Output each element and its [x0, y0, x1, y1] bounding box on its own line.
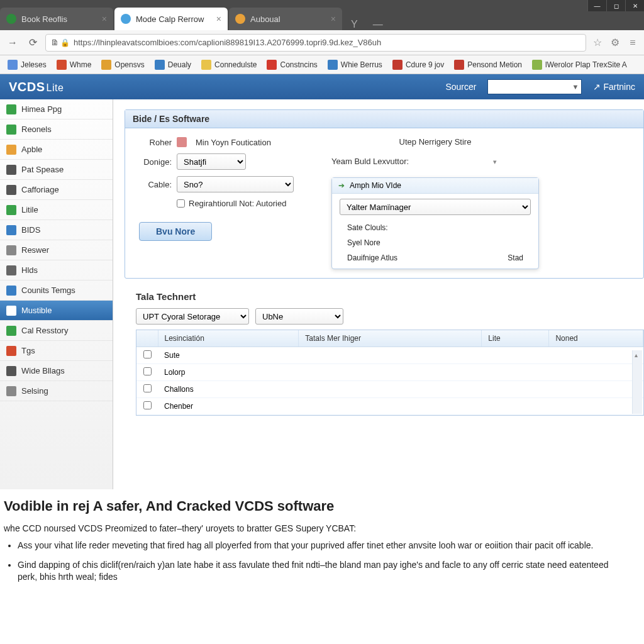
- bookmark-label: Connedulste: [214, 60, 257, 69]
- checkbox-label: Regirahtiorull Not: Autoried: [189, 199, 286, 208]
- table-row[interactable]: Sute: [136, 347, 643, 364]
- sidebar-item-label: Wide Bllags: [21, 366, 65, 375]
- table-row[interactable]: Challons: [136, 381, 643, 398]
- browser-tab-bar: Book Reoflis×Mode Calp Rerrow×Auboual×Y—: [0, 0, 644, 30]
- sidebar-item[interactable]: Reonels: [0, 119, 113, 140]
- row-checkbox[interactable]: [143, 367, 152, 375]
- sidebar-item[interactable]: BIDS: [0, 220, 113, 240]
- tab-favicon: [235, 14, 245, 24]
- url-bar[interactable]: 🗎 🔒 https://lhinpleavatscomlbioes:com/ca…: [45, 34, 586, 52]
- tab-extra-button[interactable]: Y: [343, 19, 365, 30]
- tab-extra-button[interactable]: —: [365, 19, 391, 30]
- popup-row[interactable]: Syel Nore: [332, 235, 538, 250]
- table-row[interactable]: Lolorp: [136, 364, 643, 381]
- scroll-up-icon: ▴: [635, 352, 638, 358]
- sidebar-item-label: Selsing: [21, 386, 48, 396]
- bookmark-item[interactable]: Whie Berrus: [323, 60, 387, 70]
- bookmark-item[interactable]: Jeleses: [3, 60, 52, 70]
- chevron-down-icon: ▼: [572, 83, 579, 91]
- logo-main: VCDS: [9, 80, 45, 94]
- star-icon[interactable]: ☆: [591, 36, 604, 48]
- tab-close-icon[interactable]: ×: [216, 14, 221, 24]
- sidebar-item[interactable]: Litile: [0, 200, 113, 220]
- tab-close-icon[interactable]: ×: [331, 14, 336, 24]
- scrollbar[interactable]: ▴: [632, 350, 642, 414]
- sidebar-item[interactable]: Selsing: [0, 381, 113, 401]
- window-maximize-button[interactable]: ◻: [606, 0, 625, 11]
- sidebar-item[interactable]: Hlds: [0, 260, 113, 280]
- window-close-button[interactable]: ✕: [625, 0, 644, 11]
- tab-title: Auboual: [250, 14, 280, 24]
- regir-checkbox[interactable]: [177, 199, 185, 208]
- menu-icon[interactable]: ≡: [626, 37, 639, 48]
- sidebar-item[interactable]: Cal Resstory: [0, 321, 113, 341]
- bookmark-item[interactable]: Pensond Metion: [449, 60, 527, 70]
- sidebar-item[interactable]: Apble: [0, 140, 113, 160]
- doc-icon: 🗎: [51, 38, 59, 47]
- nav-reload-button[interactable]: ⟳: [25, 35, 40, 50]
- bookmark-item[interactable]: Cdure 9 jov: [387, 60, 449, 70]
- sidebar-item-icon: [6, 265, 16, 275]
- sidebar-item[interactable]: Pat Spease: [0, 160, 113, 180]
- sidebar-item-icon: [6, 145, 16, 155]
- window-minimize-button[interactable]: —: [587, 0, 606, 11]
- sourcer-dropdown[interactable]: ▼: [487, 79, 582, 94]
- sidebar-item[interactable]: Mustible: [0, 301, 113, 321]
- sidebar-item[interactable]: Himea Ppg: [0, 99, 113, 119]
- lock-icon: 🔒: [60, 38, 70, 47]
- table-row[interactable]: Chenber: [136, 398, 643, 415]
- bookmark-label: Jeleses: [21, 60, 47, 69]
- sidebar-item[interactable]: Wide Bllags: [0, 361, 113, 381]
- browser-nav-bar: → ⟳ 🗎 🔒 https://lhinpleavatscomlbioes:co…: [0, 30, 644, 55]
- bookmark-item[interactable]: lWerolor Plap TrexSite A: [527, 60, 632, 70]
- nav-forward-button[interactable]: →: [5, 35, 20, 50]
- sidebar-item[interactable]: Reswer: [0, 240, 113, 260]
- row-checkbox[interactable]: [143, 401, 152, 409]
- bookmark-label: Opensvs: [114, 60, 144, 69]
- popup-row[interactable]: Dauifnige Atlus Stad: [332, 250, 538, 269]
- donige-select[interactable]: Shatjfi: [177, 153, 246, 170]
- popup-select[interactable]: Yalter Mamïnager: [340, 199, 531, 215]
- bookmark-favicon: [532, 60, 542, 70]
- cable-select[interactable]: Sno?: [177, 176, 294, 192]
- sidebar-item-icon: [6, 125, 16, 135]
- popup-row-right: Stad: [508, 253, 523, 262]
- row-checkbox[interactable]: [143, 350, 152, 358]
- table-header-cell[interactable]: Tatals Mer Ihiger: [299, 330, 482, 347]
- table-header-cell[interactable]: [136, 330, 158, 347]
- bookmark-item[interactable]: Whme: [52, 60, 97, 70]
- table-header-cell[interactable]: Lesinciatión: [158, 330, 299, 347]
- ubne-select[interactable]: UbNe: [255, 308, 343, 325]
- buy-now-button[interactable]: Bvu Nore: [139, 222, 212, 241]
- bookmark-favicon: [454, 60, 464, 70]
- chevron-down-icon[interactable]: ▾: [493, 158, 497, 165]
- browser-tab[interactable]: Mode Calp Rerrow×: [114, 8, 228, 30]
- row-checkbox[interactable]: [143, 384, 152, 392]
- sidebar-item-label: Reonels: [21, 125, 52, 134]
- sidebar-item-icon: [6, 286, 16, 296]
- main-area: Himea PpgReonelsApblePat SpeaseCafforiag…: [0, 99, 644, 489]
- tab-close-icon[interactable]: ×: [102, 14, 107, 24]
- bookmark-favicon: [101, 60, 111, 70]
- popup-row[interactable]: Sate Clouls:: [332, 220, 538, 235]
- sidebar-item[interactable]: Tgs: [0, 341, 113, 361]
- sidebar-item[interactable]: Counits Temgs: [0, 280, 113, 301]
- browser-tab[interactable]: Auboual×: [229, 8, 342, 30]
- bookmark-item[interactable]: Constncins: [262, 60, 322, 70]
- launch-link[interactable]: ↗ Fartninc: [593, 82, 635, 92]
- settings-gear-icon[interactable]: ⚙: [609, 36, 621, 48]
- table-header-cell[interactable]: Lite: [482, 330, 549, 347]
- browser-tab[interactable]: Book Reoflis×: [0, 8, 113, 30]
- roher-label: Roher: [138, 138, 172, 147]
- bookmark-item[interactable]: Opensvs: [96, 60, 149, 70]
- table-header-cell[interactable]: Noned: [549, 330, 643, 347]
- bookmark-item[interactable]: Deualy: [150, 60, 196, 70]
- bookmark-item[interactable]: Connedulste: [196, 60, 262, 70]
- sidebar-item-label: Tgs: [21, 346, 35, 355]
- storage-select[interactable]: UPT Cyoral Setorage: [136, 308, 249, 325]
- row-cell: Challons: [158, 381, 299, 398]
- article-heading: Vodible in rej A safer, And Cracked VCDS…: [4, 498, 628, 514]
- sidebar-item[interactable]: Cafforiage: [0, 180, 113, 200]
- cable-label: Cable:: [138, 180, 172, 189]
- row-cell: Chenber: [158, 398, 299, 415]
